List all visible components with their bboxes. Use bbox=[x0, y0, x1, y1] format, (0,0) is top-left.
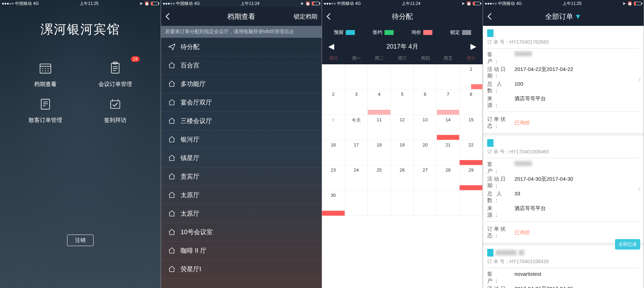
calendar-cell[interactable] bbox=[345, 64, 368, 89]
day-number: 29 bbox=[468, 167, 473, 173]
calendar-cell[interactable]: 28 bbox=[437, 165, 460, 190]
calendar-cell[interactable]: 23 bbox=[322, 165, 345, 190]
calendar-cell[interactable] bbox=[437, 64, 460, 89]
home-item-1[interactable]: 会议订单管理24 bbox=[84, 59, 147, 88]
room-item[interactable]: 银河厅 bbox=[161, 130, 322, 149]
calendar-cell[interactable]: 26 bbox=[391, 165, 414, 190]
calendar-cell[interactable]: 19 bbox=[391, 140, 414, 165]
calendar-cell[interactable] bbox=[368, 190, 391, 216]
day-number: 7 bbox=[447, 92, 449, 97]
day-number: 9 bbox=[332, 117, 335, 122]
alarm-icon: ⏰ bbox=[466, 1, 471, 6]
logout-button[interactable]: 注销 bbox=[67, 235, 94, 246]
room-item[interactable]: 多功能厅 bbox=[161, 75, 322, 93]
calendar-cell[interactable]: 11 bbox=[368, 115, 391, 140]
back-button[interactable] bbox=[487, 13, 492, 20]
calendar-cell[interactable] bbox=[391, 64, 414, 89]
calendar-cell[interactable]: 9 bbox=[322, 115, 345, 140]
calendar-cell[interactable] bbox=[414, 190, 437, 216]
calendar-cell[interactable]: 29 bbox=[460, 165, 483, 190]
calendar-cell[interactable]: 2 bbox=[322, 89, 345, 115]
room-item[interactable]: 待分配 bbox=[161, 38, 322, 56]
status-bar: 中国移动4G 上午11:24 ➤⏰ bbox=[322, 0, 483, 7]
calendar-cell[interactable]: 8 bbox=[460, 89, 483, 115]
room-label: 荧星厅I bbox=[181, 265, 201, 273]
calendar-cell[interactable] bbox=[437, 190, 460, 216]
calendar-cell[interactable]: 27 bbox=[414, 165, 437, 190]
room-item[interactable]: 太原厅 bbox=[161, 186, 322, 204]
calendar-cell[interactable]: 1 bbox=[460, 64, 483, 89]
event-bar bbox=[437, 110, 460, 115]
day-number: 8 bbox=[470, 92, 472, 97]
calendar-cell[interactable] bbox=[391, 190, 414, 216]
day-number: 15 bbox=[468, 117, 473, 122]
event-bar bbox=[471, 84, 482, 89]
calendar-cell[interactable]: 12 bbox=[391, 115, 414, 140]
next-month-button[interactable]: ▶ bbox=[470, 42, 476, 51]
room-item[interactable]: 贵宾厅 bbox=[161, 167, 322, 186]
calendar-cell[interactable] bbox=[322, 64, 345, 89]
home-item-0[interactable]: 档期查看 bbox=[14, 59, 77, 88]
lock-schedule-button[interactable]: 锁定档期 bbox=[294, 13, 317, 21]
back-button[interactable] bbox=[326, 13, 331, 20]
calendar-cell[interactable]: 20 bbox=[414, 140, 437, 165]
calendar-cell[interactable]: 6 bbox=[414, 89, 437, 115]
calendar-cell[interactable] bbox=[345, 190, 368, 216]
calendar-cell[interactable]: 22 bbox=[460, 140, 483, 165]
orders-screen: 中国移动4G 上午11:25 ➤⏰ 全部订单▼ 订 单 号：HY17040176… bbox=[483, 0, 644, 288]
location-icon: ➤ bbox=[461, 1, 465, 6]
calendar-cell[interactable]: 25 bbox=[368, 165, 391, 190]
room-item[interactable]: 镇星厅 bbox=[161, 149, 322, 167]
room-item[interactable]: 10号会议室 bbox=[161, 223, 322, 242]
calendar-cell[interactable]: 18 bbox=[368, 140, 391, 165]
value-date: 2017-04-30至2017-04-30 bbox=[514, 176, 639, 189]
room-label: 太原厅 bbox=[181, 191, 199, 199]
calendar-cell[interactable] bbox=[414, 64, 437, 89]
value-status: 已询价 bbox=[514, 120, 530, 126]
calendar-cell[interactable]: 17 bbox=[345, 140, 368, 165]
calendar-cell[interactable]: 13 bbox=[414, 115, 437, 140]
label-date: 活动日期： bbox=[487, 286, 514, 288]
room-item[interactable]: 咖啡 II 厅 bbox=[161, 242, 322, 260]
home-item-label: 档期查看 bbox=[34, 81, 57, 88]
back-button[interactable] bbox=[165, 13, 170, 20]
calendar-grid: 123456789今天11121314151617181920212223242… bbox=[322, 64, 483, 216]
room-item[interactable]: 百合宫 bbox=[161, 56, 322, 75]
home-item-3[interactable]: 签到拜访 bbox=[84, 95, 147, 124]
room-item[interactable]: 宴会厅双厅 bbox=[161, 93, 322, 112]
home-icon bbox=[168, 99, 176, 106]
room-item[interactable]: 荧星厅I bbox=[161, 260, 322, 279]
calendar-cell[interactable] bbox=[460, 190, 483, 216]
calendar-cell[interactable]: 今天 bbox=[345, 115, 368, 140]
prev-month-button[interactable]: ◀ bbox=[328, 42, 334, 51]
calendar-cell[interactable]: 14 bbox=[437, 115, 460, 140]
room-item[interactable]: 三楼会议厅 bbox=[161, 112, 322, 130]
home-item-2[interactable]: 散客订单管理 bbox=[14, 95, 77, 124]
alarm-icon: ⏰ bbox=[627, 1, 632, 6]
calendar-cell[interactable]: 21 bbox=[437, 140, 460, 165]
calendar-cell[interactable]: 5 bbox=[391, 89, 414, 115]
calendar-cell[interactable]: 15 bbox=[460, 115, 483, 140]
day-number: 17 bbox=[354, 142, 359, 147]
order-card[interactable]: 订 单 号：HY170401008460 客 户：xxxx 活动日期：2017-… bbox=[483, 136, 644, 243]
order-card[interactable]: xxxx x 订 单 号：HY170401038435 客 户：novartis… bbox=[483, 245, 644, 288]
calendar-cell[interactable]: 4 bbox=[368, 89, 391, 115]
calendar-cell[interactable]: 16 bbox=[322, 140, 345, 165]
label-customer: 客 户： bbox=[487, 271, 514, 284]
calendar-cell[interactable]: 30 bbox=[322, 190, 345, 216]
order-card[interactable]: 订 单 号：HY170401763565 客 户：xxxx 活动日期：2017-… bbox=[483, 26, 644, 133]
value-source: 酒店哥哥平台 bbox=[514, 95, 639, 109]
svg-point-2 bbox=[42, 68, 43, 69]
network-label: 4G bbox=[33, 1, 39, 6]
room-item[interactable]: 太原厅 bbox=[161, 204, 322, 223]
event-bar bbox=[460, 185, 482, 190]
calendar-cell[interactable]: 3 bbox=[345, 89, 368, 115]
room-label: 镇星厅 bbox=[181, 154, 199, 162]
calendar-cell[interactable]: 7 bbox=[437, 89, 460, 115]
nav-title-dropdown[interactable]: 全部订单▼ bbox=[545, 12, 581, 21]
calendar-cell[interactable] bbox=[368, 64, 391, 89]
clock-label: 上午11:25 bbox=[80, 1, 98, 7]
mark-all-read-button[interactable]: 全部已读 bbox=[615, 239, 640, 250]
event-bar bbox=[368, 110, 390, 115]
calendar-cell[interactable]: 24 bbox=[345, 165, 368, 190]
